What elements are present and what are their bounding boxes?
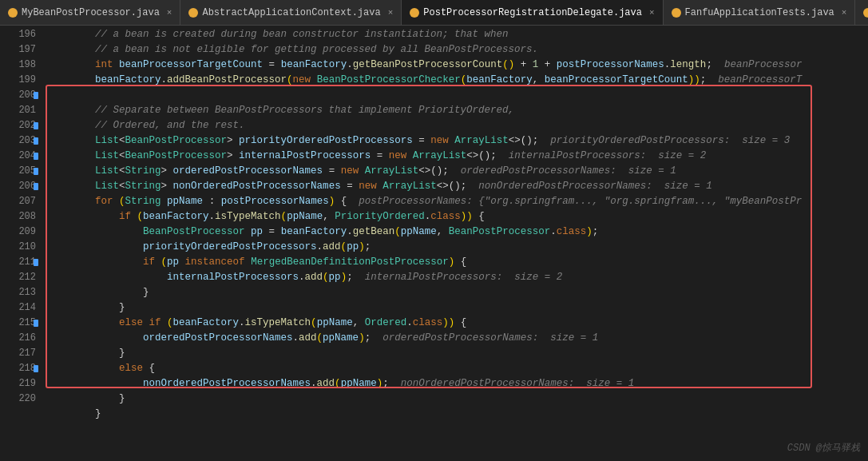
code-line-220: } <box>44 391 868 407</box>
line-216: 216 <box>0 331 36 346</box>
code-line-202: // Ordered, and the rest. <box>44 118 868 133</box>
tab-label: PostProcessorRegistrationDelegate.java <box>423 7 642 18</box>
java-file-icon <box>410 8 419 18</box>
code-line-198: int beanProcessorTargetCount = beanFacto… <box>44 58 868 73</box>
line-number-gutter: 196 197 198 199 200 201 202 203 204 205 … <box>0 26 44 461</box>
code-line-219: nonOrderedPostProcessorNames.add(ppName)… <box>44 376 868 391</box>
tab-label: FanfuApplicationTests.java <box>685 7 834 18</box>
line-209: 209 <box>0 225 36 240</box>
line-198: 198 <box>0 58 36 73</box>
line-215: 215 <box>0 316 36 331</box>
code-line-196: // a bean is created during bean constru… <box>44 27 868 42</box>
code-line-216: orderedPostProcessorNames.add(ppName); o… <box>44 331 868 346</box>
line-196: 196 <box>0 27 36 42</box>
code-line-207: for (String ppName : postProcessorNames)… <box>44 194 868 209</box>
code-line-214: } <box>44 300 868 316</box>
tab-dog[interactable]: Dog.java × <box>855 0 868 25</box>
code-line-210: priorityOrderedPostProcessors.add(pp); <box>44 240 868 255</box>
code-line-197: // a bean is not eligible for getting pr… <box>44 42 868 58</box>
close-icon[interactable]: × <box>388 8 394 18</box>
line-202: 202 <box>0 118 36 133</box>
code-line-205: List<String> orderedPostProcessorNames =… <box>44 164 868 179</box>
tab-fanfuapplicationtests[interactable]: FanfuApplicationTests.java × <box>664 0 856 25</box>
line-200: 200 <box>0 88 36 103</box>
line-207: 207 <box>0 194 36 209</box>
line-205: 205 <box>0 164 36 179</box>
code-line-208: if (beanFactory.isTypeMatch(ppName, Prio… <box>44 209 868 225</box>
watermark: CSDN @惊马驿栈 <box>787 441 860 455</box>
code-line-221: } <box>44 407 868 422</box>
code-line-211: if (pp instanceof MergedBeanDefinitionPo… <box>44 255 868 270</box>
tab-bar: MyBeanPostProcessor.java × AbstractAppli… <box>0 0 868 26</box>
code-line-204: List<BeanPostProcessor> internalPostProc… <box>44 149 868 164</box>
java-file-icon <box>188 8 198 18</box>
code-line-217: } <box>44 346 868 361</box>
code-line-212: internalPostProcessors.add(pp); internal… <box>44 270 868 285</box>
line-197: 197 <box>0 42 36 58</box>
tab-mybeanpostprocessor[interactable]: MyBeanPostProcessor.java × <box>0 0 180 25</box>
code-line-200 <box>44 88 868 103</box>
tab-postprocessorregistrationdelegate[interactable]: PostProcessorRegistrationDelegate.java × <box>402 0 663 25</box>
java-file-icon <box>8 8 18 18</box>
editor: 196 197 198 199 200 201 202 203 204 205 … <box>0 26 868 461</box>
tab-label: AbstractApplicationContext.java <box>202 7 380 18</box>
close-icon[interactable]: × <box>842 8 847 18</box>
code-line-215: else if (beanFactory.isTypeMatch(ppName,… <box>44 316 868 331</box>
line-212: 212 <box>0 270 36 285</box>
line-199: 199 <box>0 73 36 88</box>
java-file-icon <box>863 8 868 18</box>
code-line-218: else { <box>44 361 868 376</box>
close-icon[interactable]: × <box>649 8 655 18</box>
tab-label: MyBeanPostProcessor.java <box>22 7 160 18</box>
code-line-213: } <box>44 285 868 300</box>
line-204: 204 <box>0 149 36 164</box>
line-218: 218 <box>0 361 36 376</box>
line-213: 213 <box>0 285 36 300</box>
line-201: 201 <box>0 103 36 118</box>
line-208: 208 <box>0 209 36 225</box>
line-217: 217 <box>0 346 36 361</box>
line-219: 219 <box>0 376 36 391</box>
line-206: 206 <box>0 179 36 194</box>
code-line-203: List<BeanPostProcessor> priorityOrderedP… <box>44 133 868 149</box>
tab-abstractapplicationcontext[interactable]: AbstractApplicationContext.java × <box>180 0 402 25</box>
code-line-199: beanFactory.addBeanPostProcessor(new Bea… <box>44 73 868 88</box>
code-line-206: List<String> nonOrderedPostProcessorName… <box>44 179 868 194</box>
code-line-209: BeanPostProcessor pp = beanFactory.getBe… <box>44 225 868 240</box>
java-file-icon <box>672 8 681 18</box>
line-214: 214 <box>0 300 36 316</box>
line-210: 210 <box>0 240 36 255</box>
line-211: 211 <box>0 255 36 270</box>
code-line-201: // Separate between BeanPostProcessors t… <box>44 103 868 118</box>
code-area[interactable]: // a bean is created during bean constru… <box>44 26 868 461</box>
line-220: 220 <box>0 391 36 407</box>
close-icon[interactable]: × <box>167 8 172 18</box>
line-203: 203 <box>0 133 36 149</box>
